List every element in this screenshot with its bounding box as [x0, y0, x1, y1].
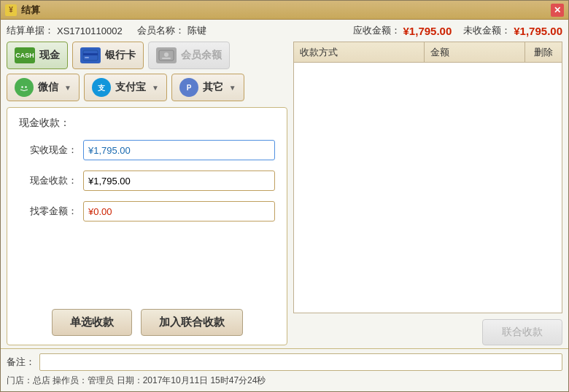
alipay-dropdown-arrow: ▼	[152, 84, 159, 92]
th-amount: 金额	[425, 42, 525, 62]
other-icon: P	[179, 78, 198, 97]
main-window: ¥ 结算 ✕ 结算单据： XS1710110002 会员名称： 陈键 应收金额：…	[0, 0, 569, 392]
member-button[interactable]: 会员余额	[148, 42, 230, 69]
right-panel: 收款方式 金额 删除 联合收款	[293, 42, 562, 345]
svg-point-8	[25, 86, 26, 87]
single-payment-button[interactable]: 单选收款	[52, 309, 132, 336]
other-dropdown-arrow: ▼	[229, 84, 236, 92]
table-header: 收款方式 金额 删除	[294, 42, 562, 63]
order-label: 结算单据：	[7, 24, 54, 37]
title-bar: ¥ 结算 ✕	[1, 1, 568, 20]
action-buttons: 单选收款 加入联合收款	[19, 297, 275, 336]
wechat-dropdown-arrow: ▼	[64, 84, 71, 92]
actual-cash-label: 实收现金：	[19, 144, 77, 157]
cash-icon: CASH	[15, 47, 35, 63]
unpaid-amount: 未收金额： ¥1,795.00	[463, 24, 562, 37]
member-icon	[156, 47, 177, 63]
member-value: 陈键	[187, 24, 206, 37]
bank-icon	[80, 47, 101, 63]
main-area: CASH 现金 银行卡	[7, 42, 562, 345]
remark-row: 备注：	[7, 353, 562, 371]
svg-text:P: P	[186, 84, 191, 92]
cash-button[interactable]: CASH 现金	[7, 42, 68, 69]
svg-point-7	[21, 86, 23, 87]
alipay-icon: 支	[92, 78, 111, 97]
svg-rect-2	[85, 57, 89, 58]
svg-point-4	[164, 52, 169, 57]
receivable-value: ¥1,795.00	[403, 25, 452, 37]
cash-payment-row: 现金收款：	[19, 170, 275, 191]
status-bar: 门店：总店 操作员：管理员 日期：2017年10月11日 15时47分24秒	[7, 372, 562, 387]
order-value: XS1710110002	[57, 26, 123, 36]
amounts-area: 应收金额： ¥1,795.00 未收金额： ¥1,795.00	[353, 24, 562, 37]
alipay-label: 支付宝	[115, 81, 146, 94]
actual-cash-row: 实收现金：	[19, 140, 275, 160]
cash-payment-input[interactable]	[83, 170, 275, 191]
left-panel: CASH 现金 银行卡	[7, 42, 287, 345]
payment-buttons: CASH 现金 银行卡	[7, 42, 287, 101]
table-body	[294, 63, 562, 313]
content-area: 结算单据： XS1710110002 会员名称： 陈键 应收金额： ¥1,795…	[1, 20, 568, 348]
footer: 备注： 门店：总店 操作员：管理员 日期：2017年10月11日 15时47分2…	[1, 348, 568, 391]
bank-button[interactable]: 银行卡	[72, 42, 144, 69]
change-label: 找零金额：	[19, 205, 77, 218]
header-row: 结算单据： XS1710110002 会员名称： 陈键 应收金额： ¥1,795…	[7, 24, 562, 37]
wechat-button[interactable]: 微信 ▼	[7, 74, 80, 101]
combined-btn-area: 联合收款	[293, 313, 562, 345]
cash-section-title: 现金收款：	[19, 117, 275, 130]
svg-rect-5	[162, 58, 171, 59]
window-title: 结算	[21, 4, 551, 17]
th-delete: 删除	[525, 42, 562, 62]
close-button[interactable]: ✕	[551, 4, 564, 17]
wechat-label: 微信	[38, 81, 58, 94]
receivable-label: 应收金额：	[353, 24, 400, 37]
wechat-icon	[15, 78, 34, 97]
member-label: 会员余额	[181, 49, 222, 62]
window-icon: ¥	[5, 4, 17, 16]
combined-checkout-button[interactable]: 联合收款	[482, 319, 562, 345]
svg-text:支: 支	[97, 84, 106, 92]
member-label: 会员名称：	[137, 24, 185, 37]
alipay-button[interactable]: 支 支付宝 ▼	[84, 74, 167, 101]
payment-table: 收款方式 金额 删除	[293, 42, 562, 313]
unpaid-value: ¥1,795.00	[514, 25, 562, 37]
unpaid-label: 未收金额：	[463, 24, 511, 37]
change-row: 找零金额：	[19, 201, 275, 222]
th-method: 收款方式	[294, 42, 425, 62]
other-label: 其它	[203, 81, 223, 94]
svg-rect-1	[83, 53, 98, 55]
cash-section: 现金收款： 实收现金： 现金收款： 找零金额：	[7, 107, 287, 345]
other-button[interactable]: P 其它 ▼	[171, 74, 244, 101]
cash-label: 现金	[39, 49, 60, 62]
cash-payment-label: 现金收款：	[19, 174, 77, 187]
combined-payment-button[interactable]: 加入联合收款	[141, 309, 243, 336]
bank-label: 银行卡	[105, 49, 136, 62]
remark-label: 备注：	[7, 356, 35, 369]
change-input[interactable]	[83, 201, 275, 222]
svg-point-6	[18, 81, 31, 94]
receivable-amount: 应收金额： ¥1,795.00	[353, 24, 452, 37]
actual-cash-input[interactable]	[83, 140, 275, 160]
remark-input[interactable]	[39, 353, 562, 371]
